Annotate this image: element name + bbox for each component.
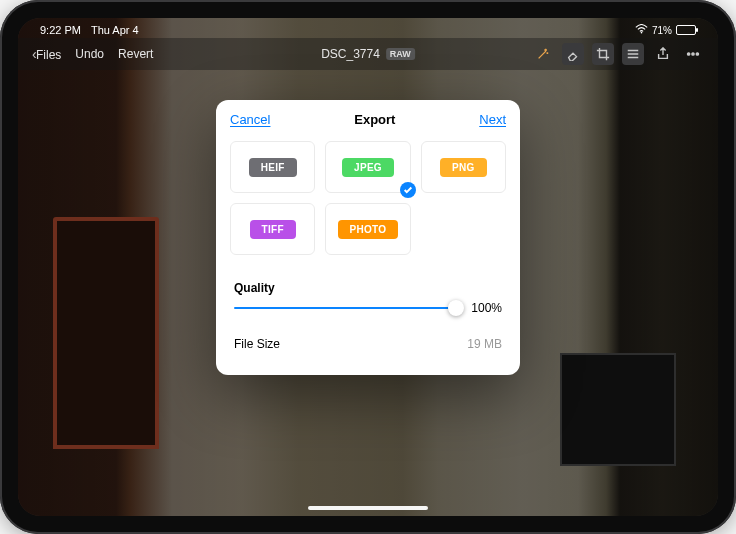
format-grid: HEIF JPEG PNG TIFF PHOTO	[216, 137, 520, 255]
undo-button[interactable]: Undo	[75, 47, 104, 61]
file-name: DSC_3774	[321, 47, 380, 61]
format-label: HEIF	[249, 158, 297, 177]
adjust-icon[interactable]	[622, 43, 644, 65]
chevron-left-icon: ‹	[32, 46, 37, 62]
svg-point-0	[641, 32, 643, 34]
slider-thumb[interactable]	[448, 300, 464, 316]
svg-point-1	[687, 53, 689, 55]
filesize-value: 19 MB	[467, 337, 502, 351]
format-label: PNG	[440, 158, 487, 177]
selected-check-icon	[400, 182, 416, 198]
more-icon[interactable]	[682, 43, 704, 65]
modal-title: Export	[354, 112, 395, 127]
home-indicator[interactable]	[308, 506, 428, 510]
cancel-button[interactable]: Cancel	[230, 112, 270, 127]
wifi-icon	[635, 24, 648, 36]
format-png[interactable]: PNG	[421, 141, 506, 193]
quality-slider[interactable]	[234, 307, 456, 309]
quality-label: Quality	[216, 255, 520, 301]
quality-value: 100%	[466, 301, 502, 315]
ipad-frame: 9:22 PM Thu Apr 4 71% ‹ Files Undo Rever…	[0, 0, 736, 534]
format-jpeg[interactable]: JPEG	[325, 141, 410, 193]
screen: 9:22 PM Thu Apr 4 71% ‹ Files Undo Rever…	[18, 18, 718, 516]
format-heif[interactable]: HEIF	[230, 141, 315, 193]
status-bar: 9:22 PM Thu Apr 4 71%	[18, 18, 718, 38]
revert-button[interactable]: Revert	[118, 47, 153, 61]
back-button[interactable]: ‹ Files	[32, 46, 61, 62]
filesize-label: File Size	[234, 337, 280, 351]
format-label: JPEG	[342, 158, 394, 177]
battery-percent: 71%	[652, 25, 672, 36]
magic-wand-icon[interactable]	[532, 43, 554, 65]
next-button[interactable]: Next	[479, 112, 506, 127]
share-icon[interactable]	[652, 43, 674, 65]
battery-icon	[676, 25, 696, 35]
eraser-icon[interactable]	[562, 43, 584, 65]
svg-point-2	[692, 53, 694, 55]
status-time: 9:22 PM	[40, 24, 81, 36]
format-label: TIFF	[250, 220, 296, 239]
svg-point-3	[696, 53, 698, 55]
status-date: Thu Apr 4	[91, 24, 139, 36]
raw-badge: RAW	[386, 48, 415, 60]
export-modal: Cancel Export Next HEIF JPEG PNG TIFF	[216, 100, 520, 375]
format-photo[interactable]: PHOTO	[325, 203, 410, 255]
format-label: PHOTO	[338, 220, 399, 239]
crop-icon[interactable]	[592, 43, 614, 65]
app-toolbar: ‹ Files Undo Revert DSC_3774 RAW	[18, 38, 718, 70]
format-tiff[interactable]: TIFF	[230, 203, 315, 255]
